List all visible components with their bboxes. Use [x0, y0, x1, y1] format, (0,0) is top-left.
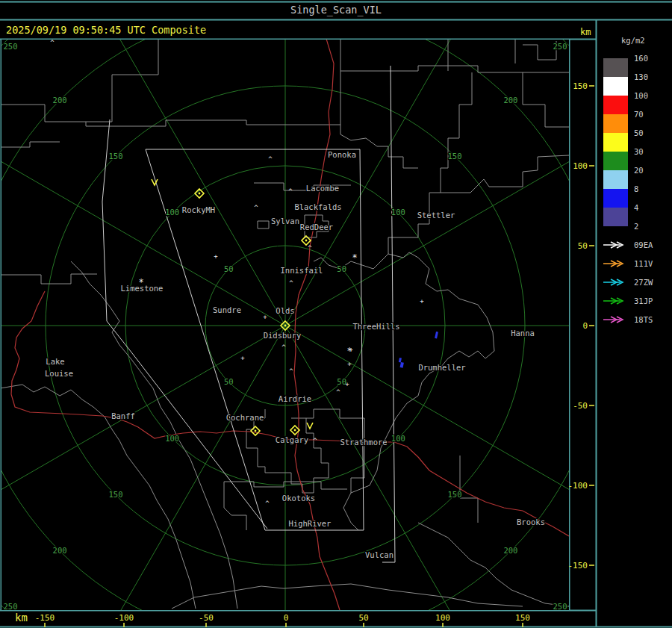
- peak-marker: ^: [313, 437, 317, 444]
- range-label-50: 50: [337, 264, 346, 273]
- city-label-reddeer: RedDeer: [300, 223, 333, 231]
- city-label-lake: Lake: [46, 357, 64, 366]
- radar-site-dot: [294, 429, 296, 432]
- plus-marker: +: [240, 354, 245, 361]
- window-title: Single_Scan_VIL: [290, 4, 382, 16]
- right-axis-tick-label: 50: [578, 241, 588, 251]
- right-axis-tick-label: -100: [568, 481, 588, 491]
- range-label-100: 100: [165, 434, 179, 443]
- peak-marker: ^: [289, 279, 293, 287]
- right-axis-unit-label: km: [580, 27, 591, 37]
- legend-swatch: [603, 114, 628, 133]
- city-label-louise: Louise: [45, 369, 73, 378]
- right-axis-tick-label: 100: [573, 161, 588, 171]
- city-label-sundre: Sundre: [213, 305, 241, 314]
- bottom-axis-tick-label: 0: [284, 613, 289, 623]
- legend-swatch: [603, 96, 628, 114]
- city-label-hanna: Hanna: [511, 329, 535, 338]
- legend-scale-label: 160: [634, 54, 648, 63]
- bottom-axis-tick-label: -100: [114, 613, 134, 623]
- station-id-label: 27ZW: [634, 278, 653, 287]
- station-id-label: 09EA: [634, 240, 653, 249]
- legend-scale-label: 70: [634, 110, 644, 119]
- station-id-label: 111V: [634, 259, 653, 268]
- range-label-250: 250: [553, 602, 567, 611]
- legend-scale-label: 130: [634, 72, 648, 81]
- peak-marker: ^: [265, 500, 270, 507]
- city-label-rockymh: RockyMH: [182, 205, 215, 214]
- star-marker: *: [138, 277, 143, 287]
- legend-scale-label: 50: [634, 128, 644, 137]
- legend-scale-label: 100: [634, 91, 648, 100]
- legend-swatch: [603, 170, 628, 189]
- right-axis-tick-label: -50: [573, 401, 588, 411]
- city-label-strathmore: Strathmore: [340, 438, 387, 447]
- range-label-100: 100: [391, 434, 405, 443]
- range-label-250: 250: [553, 42, 567, 51]
- city-label-olds: Olds: [276, 306, 294, 315]
- legend-scale-label: 30: [634, 147, 644, 156]
- city-label-stettler: Stettler: [417, 211, 455, 220]
- range-label-250: 250: [4, 602, 18, 611]
- city-label-brooks: Brooks: [517, 517, 545, 526]
- range-label-50: 50: [224, 377, 234, 386]
- peak-marker: ^: [50, 39, 55, 46]
- plus-marker: +: [263, 313, 267, 320]
- station-id-label: 31JP: [634, 296, 653, 305]
- right-axis-tick-label: 150: [573, 81, 588, 91]
- peak-marker: ^: [268, 155, 273, 163]
- city-label-vulcan: Vulcan: [365, 550, 393, 559]
- radar-app-window: Single_Scan_VIL 2025/09/19 09:50:45 UTC …: [0, 0, 672, 628]
- station-id-label: 18TS: [634, 315, 653, 324]
- range-label-200: 200: [503, 96, 517, 105]
- bottom-axis-unit-label: km: [15, 612, 28, 624]
- scan-timestamp: 2025/09/19 09:50:45 UTC Composite: [6, 24, 206, 36]
- legend-scale-label: 20: [634, 166, 644, 175]
- range-label-150: 150: [447, 152, 461, 161]
- legend-unit-label: kg/m2: [621, 36, 645, 45]
- range-label-150: 150: [109, 152, 123, 161]
- star-marker: *: [352, 252, 357, 263]
- range-label-150: 150: [447, 490, 461, 499]
- plus-marker: +: [345, 380, 349, 388]
- star-marker: *: [346, 346, 352, 356]
- city-label-blackfalds: Blackfalds: [294, 202, 341, 211]
- range-label-200: 200: [53, 96, 67, 105]
- range-label-100: 100: [165, 208, 179, 217]
- bottom-axis-tick-label: -150: [35, 613, 55, 623]
- plus-marker: +: [214, 252, 218, 260]
- peak-marker: ^: [289, 367, 293, 375]
- legend-swatch: [603, 133, 628, 152]
- legend-swatch: [603, 77, 628, 96]
- peak-marker: ^: [308, 244, 312, 252]
- city-label-banff: Banff: [111, 411, 135, 420]
- range-label-50: 50: [224, 264, 234, 273]
- range-label-150: 150: [109, 490, 123, 499]
- range-label-200: 200: [503, 546, 517, 555]
- range-label-250: 250: [4, 42, 18, 51]
- radar-site-dot: [284, 325, 287, 327]
- legend-scale-label: 8: [634, 184, 638, 193]
- city-label-ponoka: Ponoka: [328, 150, 356, 159]
- radar-site-dot: [255, 430, 257, 432]
- city-label-lacombe: Lacombe: [306, 184, 339, 193]
- bottom-axis-tick-label: -50: [199, 613, 214, 623]
- city-label-calgary: Calgary: [276, 435, 308, 444]
- legend-scale-label: 2: [634, 222, 638, 231]
- legend-swatch: [603, 152, 628, 170]
- city-label-sylvan: Sylvan: [271, 217, 299, 226]
- radar-site-dot: [199, 193, 201, 195]
- bottom-axis-tick-label: 150: [515, 613, 530, 623]
- legend-swatch: [603, 189, 628, 208]
- peak-marker: ^: [281, 343, 286, 351]
- city-label-drumheller: Drumheller: [418, 363, 465, 372]
- city-label-okotoks: Okotoks: [282, 494, 315, 503]
- radar-site-dot: [305, 240, 308, 242]
- legend-swatch: [603, 208, 628, 226]
- range-label-100: 100: [391, 208, 405, 217]
- city-label-airdrie: Airdrie: [279, 394, 311, 403]
- peak-marker: ^: [336, 388, 340, 396]
- city-label-didsbury: Didsbury: [264, 331, 302, 340]
- bottom-axis-tick-label: 50: [358, 613, 368, 623]
- range-label-200: 200: [53, 546, 67, 555]
